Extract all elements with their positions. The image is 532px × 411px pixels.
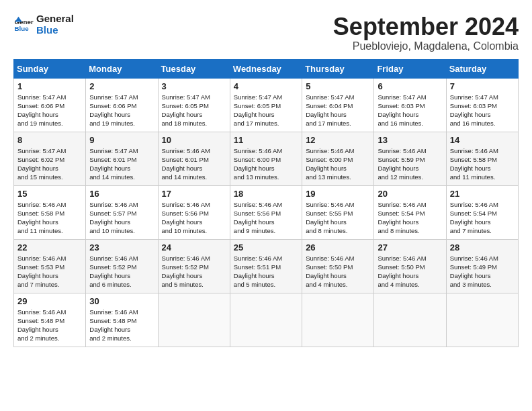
day-number: 3 [162,81,226,91]
day-info: Sunrise: 5:46 AM Sunset: 5:54 PM Dayligh… [378,200,442,236]
calendar-cell: 21 Sunrise: 5:46 AM Sunset: 5:54 PM Dayl… [446,185,518,239]
day-info: Sunrise: 5:46 AM Sunset: 5:50 PM Dayligh… [378,254,442,289]
day-number: 11 [234,135,298,145]
calendar-cell [374,293,446,347]
day-number: 26 [306,242,370,253]
day-number: 23 [89,242,154,253]
calendar-cell [230,293,302,347]
day-number: 25 [234,242,298,253]
day-info: Sunrise: 5:46 AM Sunset: 6:01 PM Dayligh… [162,146,226,182]
day-number: 17 [162,189,226,199]
calendar-cell: 28 Sunrise: 5:46 AM Sunset: 5:49 PM Dayl… [446,239,518,293]
calendar-cell: 8 Sunrise: 5:47 AM Sunset: 6:02 PM Dayli… [14,132,86,185]
calendar-cell: 3 Sunrise: 5:47 AM Sunset: 6:05 PM Dayli… [158,78,230,132]
logo: General Blue General Blue [13,13,74,36]
calendar-week-row: 29 Sunrise: 5:46 AM Sunset: 5:48 PM Dayl… [14,293,519,347]
calendar-cell: 15 Sunrise: 5:46 AM Sunset: 5:58 PM Dayl… [14,185,86,239]
day-number: 29 [17,296,82,306]
page-header: General Blue General Blue September 2024… [13,13,519,52]
column-header-thursday: Thursday [302,59,374,78]
day-number: 4 [234,81,298,91]
day-info: Sunrise: 5:46 AM Sunset: 5:50 PM Dayligh… [306,254,370,289]
calendar-cell [302,293,374,347]
calendar-cell: 2 Sunrise: 5:47 AM Sunset: 6:06 PM Dayli… [86,78,158,132]
calendar-table: SundayMondayTuesdayWednesdayThursdayFrid… [13,59,519,347]
svg-text:Blue: Blue [15,25,30,32]
day-number: 7 [450,81,515,91]
calendar-cell: 30 Sunrise: 5:46 AM Sunset: 5:48 PM Dayl… [86,293,158,347]
calendar-cell: 13 Sunrise: 5:46 AM Sunset: 5:59 PM Dayl… [374,132,446,185]
calendar-cell: 14 Sunrise: 5:46 AM Sunset: 5:58 PM Dayl… [446,132,518,185]
column-header-saturday: Saturday [446,59,518,78]
column-header-friday: Friday [374,59,446,78]
calendar-cell [158,293,230,347]
day-info: Sunrise: 5:46 AM Sunset: 5:53 PM Dayligh… [17,254,82,289]
day-info: Sunrise: 5:46 AM Sunset: 5:51 PM Dayligh… [234,254,298,289]
logo-blue: Blue [36,25,74,36]
day-info: Sunrise: 5:47 AM Sunset: 6:05 PM Dayligh… [234,93,298,128]
calendar-cell: 26 Sunrise: 5:46 AM Sunset: 5:50 PM Dayl… [302,239,374,293]
calendar-cell: 19 Sunrise: 5:46 AM Sunset: 5:55 PM Dayl… [302,185,374,239]
calendar-cell: 22 Sunrise: 5:46 AM Sunset: 5:53 PM Dayl… [14,239,86,293]
calendar-cell: 9 Sunrise: 5:47 AM Sunset: 6:01 PM Dayli… [86,132,158,185]
day-info: Sunrise: 5:47 AM Sunset: 6:06 PM Dayligh… [89,93,154,128]
day-number: 2 [89,81,154,91]
calendar-cell: 12 Sunrise: 5:46 AM Sunset: 6:00 PM Dayl… [302,132,374,185]
calendar-cell: 29 Sunrise: 5:46 AM Sunset: 5:48 PM Dayl… [14,293,86,347]
day-number: 21 [450,189,515,199]
column-header-tuesday: Tuesday [158,59,230,78]
calendar-cell: 11 Sunrise: 5:46 AM Sunset: 6:00 PM Dayl… [230,132,302,185]
day-number: 1 [17,81,82,91]
day-number: 8 [17,135,82,145]
calendar-cell: 10 Sunrise: 5:46 AM Sunset: 6:01 PM Dayl… [158,132,230,185]
calendar-cell: 1 Sunrise: 5:47 AM Sunset: 6:06 PM Dayli… [14,78,86,132]
title-block: September 2024 Puebloviejo, Magdalena, C… [333,13,519,52]
day-info: Sunrise: 5:46 AM Sunset: 5:58 PM Dayligh… [17,200,82,236]
day-number: 9 [89,135,154,145]
day-info: Sunrise: 5:46 AM Sunset: 6:00 PM Dayligh… [234,146,298,182]
logo-icon: General Blue [13,15,34,35]
calendar-cell: 16 Sunrise: 5:46 AM Sunset: 5:57 PM Dayl… [86,185,158,239]
calendar-cell: 17 Sunrise: 5:46 AM Sunset: 5:56 PM Dayl… [158,185,230,239]
day-number: 5 [306,81,370,91]
calendar-week-row: 15 Sunrise: 5:46 AM Sunset: 5:58 PM Dayl… [14,185,519,239]
day-number: 12 [306,135,370,145]
calendar-week-row: 1 Sunrise: 5:47 AM Sunset: 6:06 PM Dayli… [14,78,519,132]
calendar-week-row: 22 Sunrise: 5:46 AM Sunset: 5:53 PM Dayl… [14,239,519,293]
day-number: 22 [17,242,82,253]
day-info: Sunrise: 5:46 AM Sunset: 5:49 PM Dayligh… [450,254,515,289]
column-header-monday: Monday [86,59,158,78]
day-info: Sunrise: 5:46 AM Sunset: 5:58 PM Dayligh… [450,146,515,182]
calendar-cell: 24 Sunrise: 5:46 AM Sunset: 5:52 PM Dayl… [158,239,230,293]
calendar-cell: 5 Sunrise: 5:47 AM Sunset: 6:04 PM Dayli… [302,78,374,132]
day-number: 14 [450,135,515,145]
calendar-cell [446,293,518,347]
day-info: Sunrise: 5:46 AM Sunset: 5:56 PM Dayligh… [162,200,226,236]
day-info: Sunrise: 5:46 AM Sunset: 6:00 PM Dayligh… [306,146,370,182]
day-info: Sunrise: 5:46 AM Sunset: 5:54 PM Dayligh… [450,200,515,236]
month-title: September 2024 [333,13,519,40]
calendar-cell: 20 Sunrise: 5:46 AM Sunset: 5:54 PM Dayl… [374,185,446,239]
day-number: 24 [162,242,226,253]
day-info: Sunrise: 5:46 AM Sunset: 5:52 PM Dayligh… [162,254,226,289]
day-info: Sunrise: 5:46 AM Sunset: 5:56 PM Dayligh… [234,200,298,236]
calendar-cell: 23 Sunrise: 5:46 AM Sunset: 5:52 PM Dayl… [86,239,158,293]
day-info: Sunrise: 5:46 AM Sunset: 5:48 PM Dayligh… [17,308,82,343]
day-number: 10 [162,135,226,145]
day-info: Sunrise: 5:47 AM Sunset: 6:03 PM Dayligh… [450,93,515,128]
day-number: 18 [234,189,298,199]
calendar-cell: 25 Sunrise: 5:46 AM Sunset: 5:51 PM Dayl… [230,239,302,293]
calendar-cell: 18 Sunrise: 5:46 AM Sunset: 5:56 PM Dayl… [230,185,302,239]
day-info: Sunrise: 5:47 AM Sunset: 6:05 PM Dayligh… [162,93,226,128]
calendar-week-row: 8 Sunrise: 5:47 AM Sunset: 6:02 PM Dayli… [14,132,519,185]
day-info: Sunrise: 5:47 AM Sunset: 6:06 PM Dayligh… [17,93,82,128]
day-info: Sunrise: 5:47 AM Sunset: 6:04 PM Dayligh… [306,93,370,128]
location: Puebloviejo, Magdalena, Colombia [333,40,519,52]
day-number: 20 [378,189,442,199]
day-info: Sunrise: 5:46 AM Sunset: 5:59 PM Dayligh… [378,146,442,182]
day-number: 15 [17,189,82,199]
day-info: Sunrise: 5:46 AM Sunset: 5:52 PM Dayligh… [89,254,154,289]
day-number: 27 [378,242,442,253]
day-info: Sunrise: 5:46 AM Sunset: 5:57 PM Dayligh… [89,200,154,236]
day-number: 6 [378,81,442,91]
